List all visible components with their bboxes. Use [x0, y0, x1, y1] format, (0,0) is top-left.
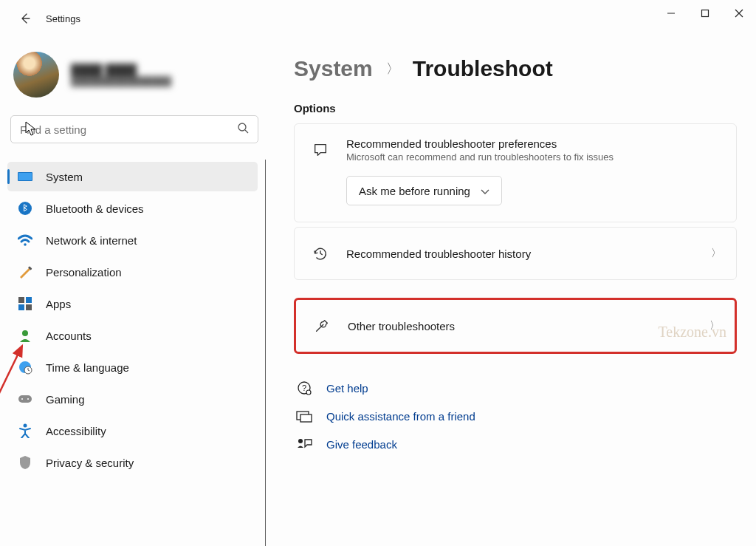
- sidebar-item-label: Network & internet: [46, 234, 137, 247]
- wrench-icon: [312, 318, 331, 334]
- link-get-help[interactable]: ? Get help: [294, 373, 737, 403]
- link-label[interactable]: Quick assistance from a friend: [326, 410, 475, 423]
- accessibility-icon: [18, 423, 32, 438]
- svg-rect-9: [18, 297, 24, 303]
- options-heading: Options: [294, 102, 737, 115]
- sidebar-item-network[interactable]: Network & internet: [7, 225, 258, 255]
- maximize-button[interactable]: [688, 0, 722, 27]
- help-icon: ?: [295, 381, 313, 395]
- avatar: [13, 52, 59, 98]
- svg-point-28: [298, 439, 303, 443]
- sidebar-item-system[interactable]: System: [7, 162, 258, 191]
- svg-text:?: ?: [302, 383, 306, 392]
- sidebar-item-label: Time & language: [46, 361, 129, 374]
- search-input[interactable]: [20, 123, 237, 136]
- sidebar-item-time-language[interactable]: Time & language: [7, 352, 258, 382]
- sidebar-item-label: Gaming: [46, 393, 85, 406]
- card-troubleshooter-history[interactable]: Recommended troubleshooter history 〉: [294, 227, 737, 280]
- sidebar: ████ ████ ████████████████ System Blueto…: [0, 37, 269, 546]
- svg-rect-12: [26, 304, 32, 310]
- profile-block[interactable]: ████ ████ ████████████████: [3, 37, 266, 115]
- app-title: Settings: [46, 13, 80, 24]
- chevron-right-icon: 〉: [711, 247, 721, 260]
- search-box[interactable]: [10, 115, 258, 143]
- svg-point-7: [24, 243, 27, 246]
- breadcrumb: System 〉 Troubleshoot: [294, 56, 737, 81]
- chevron-down-icon: [481, 185, 489, 197]
- dropdown-value: Ask me before running: [359, 185, 470, 197]
- prefs-dropdown[interactable]: Ask me before running: [346, 176, 502, 205]
- svg-rect-18: [18, 395, 32, 403]
- link-give-feedback[interactable]: Give feedback: [294, 430, 737, 458]
- apps-icon: [18, 296, 32, 311]
- link-label[interactable]: Give feedback: [326, 438, 397, 451]
- back-arrow-icon: [19, 13, 31, 24]
- card-title: Recommended troubleshooter history: [346, 248, 711, 260]
- svg-rect-11: [18, 304, 24, 310]
- sidebar-item-apps[interactable]: Apps: [7, 289, 258, 318]
- sidebar-item-personalization[interactable]: Personalization: [7, 257, 258, 287]
- svg-rect-5: [18, 173, 32, 180]
- svg-rect-1: [702, 10, 709, 17]
- breadcrumb-root[interactable]: System: [294, 56, 373, 81]
- shield-icon: [18, 455, 32, 470]
- feedback-icon: [295, 437, 313, 451]
- history-icon: [311, 245, 330, 262]
- window-controls: [654, 0, 756, 27]
- card-subtitle: Microsoft can recommend and run troubles…: [346, 151, 721, 163]
- link-label[interactable]: Get help: [326, 382, 368, 395]
- chevron-right-icon: 〉: [386, 60, 399, 78]
- sidebar-item-label: Personalization: [46, 266, 122, 279]
- svg-point-2: [238, 123, 246, 131]
- footer-links: ? Get help Quick assistance from a frien…: [294, 373, 737, 458]
- profile-email: ████████████████: [71, 76, 171, 86]
- main-content: System 〉 Troubleshoot Options Recommende…: [269, 37, 756, 546]
- profile-text: ████ ████ ████████████████: [71, 64, 171, 86]
- sidebar-item-label: Privacy & security: [46, 457, 134, 469]
- back-button[interactable]: [13, 7, 37, 30]
- bluetooth-icon: [18, 201, 32, 216]
- wifi-icon: [18, 233, 32, 248]
- brush-icon: [18, 265, 32, 279]
- chat-bubble-icon: [311, 142, 330, 158]
- sidebar-item-privacy-security[interactable]: Privacy & security: [7, 448, 258, 477]
- card-title: Recommended troubleshooter preferences: [346, 137, 721, 150]
- sidebar-item-accounts[interactable]: Accounts: [7, 321, 258, 350]
- sidebar-item-gaming[interactable]: Gaming: [7, 384, 258, 414]
- svg-point-21: [24, 424, 27, 428]
- sidebar-item-label: Apps: [46, 298, 71, 310]
- screen-share-icon: [295, 411, 313, 423]
- card-title: Other troubleshooters: [348, 320, 709, 332]
- minimize-button[interactable]: [654, 0, 688, 27]
- link-quick-assist[interactable]: Quick assistance from a friend: [294, 403, 737, 430]
- svg-rect-10: [26, 297, 32, 303]
- sidebar-item-label: System: [46, 171, 83, 183]
- close-button[interactable]: [722, 0, 756, 27]
- sidebar-item-bluetooth[interactable]: Bluetooth & devices: [7, 194, 258, 223]
- card-other-troubleshooters[interactable]: Other troubleshooters 〉: [294, 298, 737, 354]
- svg-line-3: [245, 130, 248, 133]
- nav-list: System Bluetooth & devices Network & int…: [3, 160, 266, 546]
- chevron-right-icon: 〉: [709, 319, 720, 332]
- svg-rect-27: [300, 414, 312, 422]
- svg-point-20: [27, 398, 29, 400]
- svg-point-13: [22, 330, 28, 336]
- sidebar-item-accessibility[interactable]: Accessibility: [7, 416, 258, 446]
- titlebar: Settings: [0, 0, 756, 37]
- gamepad-icon: [18, 392, 32, 406]
- display-icon: [18, 169, 32, 184]
- card-troubleshooter-prefs: Recommended troubleshooter preferences M…: [294, 123, 737, 222]
- clock-globe-icon: [18, 360, 32, 375]
- breadcrumb-current: Troubleshoot: [413, 56, 553, 81]
- sidebar-item-label: Accessibility: [46, 425, 106, 437]
- search-icon: [237, 122, 249, 137]
- svg-point-19: [21, 398, 23, 400]
- sidebar-item-label: Accounts: [46, 330, 92, 342]
- profile-name: ████ ████: [71, 64, 171, 76]
- sidebar-item-label: Bluetooth & devices: [46, 202, 144, 215]
- svg-point-25: [306, 390, 311, 395]
- person-icon: [18, 328, 32, 343]
